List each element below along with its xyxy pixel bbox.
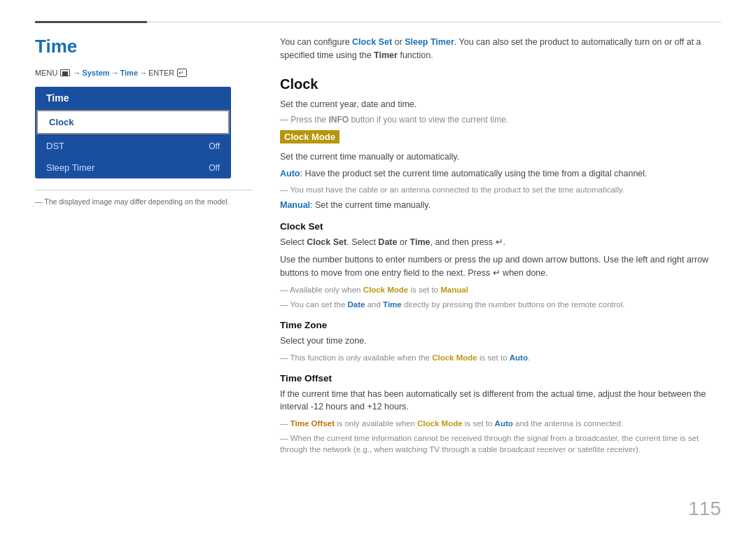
time-zone-title: Time Zone (280, 320, 721, 330)
clock-section-desc: Set the current year, date and time. (280, 98, 721, 111)
auto-note: You must have the cable or an antenna co… (280, 184, 721, 195)
menu-item-sleep-label: Sleep Timer (46, 162, 94, 173)
enter-icon (177, 69, 187, 77)
clock-set-desc2: Use the number buttons to enter numbers … (280, 253, 721, 280)
clock-set-ref2: Clock Set (307, 237, 346, 247)
manual-label: Manual (280, 200, 310, 210)
clock-set-ref: Clock Set (352, 37, 392, 47)
time-ref2: Time (383, 300, 402, 309)
timer-ref: Timer (374, 50, 398, 60)
time-offset-ref: Time Offset (290, 419, 335, 428)
auto-desc-text: : Have the product set the current time … (300, 169, 647, 178)
menu-item-sleep-value: Off (209, 163, 220, 173)
auto-desc: Auto: Have the product set the current t… (280, 167, 721, 181)
main-layout: Time MENU → System → Time → ENTER Time C… (35, 36, 721, 458)
clock-set-note1: Available only when Clock Mode is set to… (280, 284, 721, 295)
system-link[interactable]: System (82, 69, 109, 77)
time-zone-desc: Select your time zone. (280, 335, 721, 348)
top-rule-light (147, 22, 721, 22)
menu-item-clock-label: Clock (49, 117, 74, 127)
menu-item-dst-value: Off (209, 141, 220, 151)
time-ref: Time (410, 237, 430, 247)
info-button-label: INFO (328, 115, 349, 125)
tv-menu-item-clock[interactable]: Clock (36, 110, 230, 134)
clock-mode-ref1: Clock Mode (363, 286, 409, 294)
time-zone-note: This function is only available when the… (280, 352, 721, 363)
tv-menu-item-sleep-timer[interactable]: Sleep Timer Off (35, 157, 231, 178)
date-ref: Date (378, 237, 397, 247)
enter-label: ENTER (148, 69, 174, 77)
arrow1: → (73, 69, 80, 77)
clock-mode-ref2: Clock Mode (432, 353, 477, 362)
clock-set-note2: You can set the Date and Time directly b… (280, 299, 721, 310)
time-offset-desc: If the current time that has been automa… (280, 388, 721, 414)
sleep-timer-ref: Sleep Timer (405, 37, 454, 47)
date-ref2: Date (348, 300, 365, 309)
clock-mode-highlight-box: Clock Mode (280, 130, 721, 150)
manual-desc-text: : Set the current time manually. (310, 200, 430, 210)
clock-section-title: Clock (280, 76, 721, 92)
auto-label: Auto (280, 169, 300, 178)
time-offset-title: Time Offset (280, 373, 721, 384)
arrow3: → (139, 69, 147, 77)
left-footnote: The displayed image may differ depending… (35, 190, 252, 206)
menu-item-dst-label: DST (46, 141, 64, 151)
clock-set-desc1: Select Clock Set. Select Date or Time, a… (280, 236, 721, 249)
top-rule-dark (35, 21, 147, 23)
clock-set-title: Clock Set (280, 221, 721, 232)
tv-menu-panel: Time Clock DST Off Sleep Timer Off (35, 87, 231, 178)
time-offset-note1: Time Offset is only available when Clock… (280, 418, 721, 429)
manual-ref: Manual (440, 286, 468, 294)
clock-info-note: Press the INFO button if you want to vie… (280, 114, 721, 126)
arrow2: → (111, 69, 119, 77)
time-link[interactable]: Time (120, 69, 138, 77)
auto-ref: Auto (510, 353, 528, 362)
auto-ref2: Auto (495, 419, 513, 428)
intro-text: You can configure Clock Set or Sleep Tim… (280, 36, 721, 62)
time-offset-note2: When the current time information cannot… (280, 433, 721, 455)
page-number: 115 (688, 498, 721, 520)
page-container: Time MENU → System → Time → ENTER Time C… (0, 0, 756, 534)
clock-mode-ref3: Clock Mode (417, 419, 463, 428)
page-title: Time (35, 36, 252, 57)
clock-mode-desc: Set the current time manually or automat… (280, 150, 721, 164)
menu-label: MENU (35, 69, 57, 77)
menu-path: MENU → System → Time → ENTER (35, 69, 252, 77)
left-column: Time MENU → System → Time → ENTER Time C… (35, 36, 252, 458)
manual-desc: Manual: Set the current time manually. (280, 199, 721, 212)
menu-icon (60, 69, 70, 76)
top-rule (35, 21, 721, 23)
tv-menu-item-dst[interactable]: DST Off (35, 135, 231, 157)
right-column: You can configure Clock Set or Sleep Tim… (280, 36, 721, 458)
clock-mode-label: Clock Mode (280, 130, 340, 143)
tv-menu-header: Time (35, 87, 231, 109)
